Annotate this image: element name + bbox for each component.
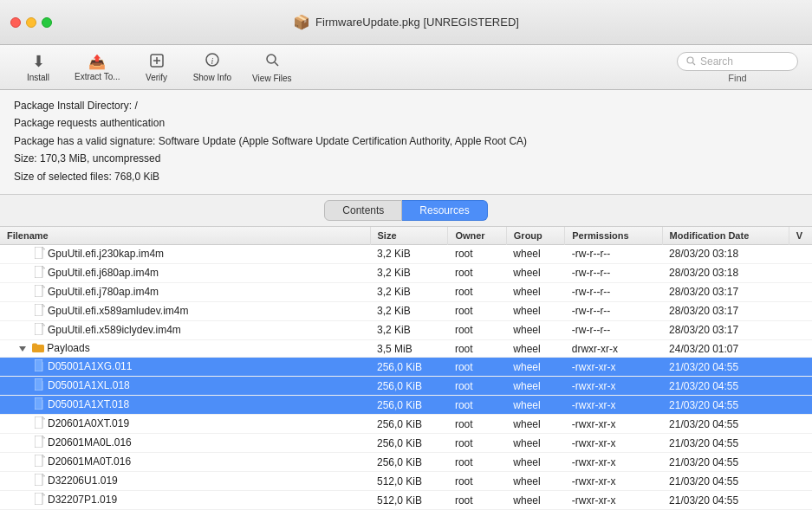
col-group[interactable]: Group — [506, 227, 564, 245]
cell-v — [789, 415, 812, 434]
cell-v — [789, 434, 812, 453]
table-row[interactable]: D32207P1.019512,0 KiBrootwheel-rwxr-xr-x… — [0, 491, 812, 510]
svg-rect-11 — [35, 266, 42, 278]
cell-group: wheel — [506, 377, 564, 396]
filename-text: D05001A1XG.011 — [48, 360, 132, 372]
info-line-3: Package has a valid signature: Software … — [14, 132, 798, 150]
cell-filename: GpuUtil.efi.x589iclydev.im4m — [0, 320, 370, 339]
col-size[interactable]: Size — [370, 227, 448, 245]
maximize-button[interactable] — [42, 17, 52, 28]
file-icon — [35, 247, 45, 261]
verify-button[interactable]: Verify — [133, 49, 181, 86]
filename-text: D32206U1.019 — [48, 474, 118, 487]
table-row[interactable]: D05001A1XT.018256,0 KiBrootwheel-rwxr-xr… — [0, 396, 812, 415]
svg-rect-36 — [35, 493, 42, 505]
cell-owner: root — [448, 453, 506, 472]
col-v[interactable]: V — [789, 227, 812, 245]
table-header: Filename Size Owner Group Permissions Mo… — [0, 227, 812, 245]
svg-point-5 — [267, 55, 276, 63]
col-owner[interactable]: Owner — [448, 227, 506, 245]
info-line-5: Size of selected files: 768,0 KiB — [14, 168, 798, 185]
cell-v — [789, 301, 812, 320]
table-row[interactable]: D20601A0XT.019256,0 KiBrootwheel-rwxr-xr… — [0, 415, 812, 434]
cell-group: wheel — [506, 491, 564, 510]
col-permissions[interactable]: Permissions — [565, 227, 662, 245]
minimize-button[interactable] — [26, 17, 36, 28]
cell-owner: root — [448, 282, 506, 301]
cell-owner: root — [448, 320, 506, 339]
svg-marker-35 — [42, 474, 45, 476]
table-row[interactable]: GpuUtil.efi.j230kap.im4m3,2 KiBrootwheel… — [0, 244, 812, 263]
svg-marker-10 — [42, 247, 45, 249]
cell-group: wheel — [506, 320, 564, 339]
cell-size: 512,0 KiB — [370, 491, 448, 510]
svg-rect-21 — [32, 344, 37, 346]
title-label: FirmwareUpdate.pkg [UNREGISTERED] — [315, 16, 519, 29]
cell-filename: GpuUtil.efi.j230kap.im4m — [0, 244, 370, 263]
file-icon — [35, 436, 45, 450]
extract-button[interactable]: 📤 Extract To... — [66, 50, 129, 85]
traffic-lights — [10, 17, 52, 28]
showinfo-button[interactable]: i Show Info — [185, 48, 240, 86]
col-filename[interactable]: Filename — [0, 227, 370, 245]
col-moddate[interactable]: Modification Date — [662, 227, 789, 245]
table-row[interactable]: D05001A1XL.018256,0 KiBrootwheel-rwxr-xr… — [0, 377, 812, 396]
tab-contents[interactable]: Contents — [324, 200, 402, 221]
table-row[interactable]: D20601MA0T.016256,0 KiBrootwheel-rwxr-xr… — [0, 453, 812, 472]
table-row[interactable]: GpuUtil.efi.j680ap.im4m3,2 KiBrootwheel-… — [0, 263, 812, 282]
cell-size: 256,0 KiB — [370, 396, 448, 415]
cell-owner: root — [448, 472, 506, 491]
cell-permissions: -rwxr-xr-x — [565, 377, 662, 396]
viewfiles-button[interactable]: View Files — [244, 48, 300, 87]
table-row[interactable]: GpuUtil.efi.x589amludev.im4m3,2 KiBrootw… — [0, 301, 812, 320]
toolbar: ⬇ Install 📤 Extract To... Verify i — [0, 45, 812, 90]
cell-moddate: 21/03/20 04:55 — [662, 472, 789, 491]
cell-filename: D05001A1XL.018 — [0, 377, 370, 396]
cell-moddate: 21/03/20 04:55 — [662, 415, 789, 434]
cell-group: wheel — [506, 396, 564, 415]
cell-permissions: -rwxr-xr-x — [565, 453, 662, 472]
cell-permissions: -rw-r--r-- — [565, 244, 662, 263]
cell-owner: root — [448, 434, 506, 453]
table-row[interactable]: D05001A1XG.011256,0 KiBrootwheel-rwxr-xr… — [0, 358, 812, 377]
filename-text: D20601MA0L.016 — [48, 436, 132, 449]
cell-v — [789, 377, 812, 396]
cell-moddate: 21/03/20 04:55 — [662, 491, 789, 510]
file-table-wrap[interactable]: Filename Size Owner Group Permissions Mo… — [0, 227, 812, 510]
extract-label: Extract To... — [75, 72, 120, 81]
cell-moddate: 28/03/20 03:17 — [662, 301, 789, 320]
info-panel: Package Install Directory: / Package req… — [0, 90, 812, 195]
table-row[interactable]: D20601MA0L.016256,0 KiBrootwheel-rwxr-xr… — [0, 434, 812, 453]
cell-owner: root — [448, 263, 506, 282]
cell-v — [789, 282, 812, 301]
file-table-section: Filename Size Owner Group Permissions Mo… — [0, 227, 812, 510]
svg-marker-18 — [42, 323, 45, 326]
cell-group: wheel — [506, 453, 564, 472]
cell-moddate: 28/03/20 03:17 — [662, 282, 789, 301]
cell-filename: GpuUtil.efi.x589amludev.im4m — [0, 301, 370, 320]
showinfo-label: Show Info — [193, 73, 231, 82]
table-row[interactable]: GpuUtil.efi.j780ap.im4m3,2 KiBrootwheel-… — [0, 282, 812, 301]
file-icon — [35, 323, 45, 338]
close-button[interactable] — [10, 17, 21, 28]
file-table: Filename Size Owner Group Permissions Mo… — [0, 227, 812, 510]
svg-marker-14 — [42, 285, 45, 287]
install-button[interactable]: ⬇ Install — [14, 48, 62, 86]
table-row[interactable]: GpuUtil.efi.x589iclydev.im4m3,2 KiBrootw… — [0, 320, 812, 339]
cell-permissions: -rw-r--r-- — [565, 263, 662, 282]
search-box[interactable] — [677, 52, 798, 71]
cell-permissions: -rwxr-xr-x — [565, 491, 662, 510]
expand-icon[interactable] — [19, 342, 30, 354]
tab-resources[interactable]: Resources — [402, 200, 487, 221]
cell-moddate: 24/03/20 01:07 — [662, 339, 789, 357]
cell-size: 3,5 MiB — [370, 339, 448, 357]
table-row[interactable]: Payloads3,5 MiBrootwheeldrwxr-xr-x24/03/… — [0, 339, 812, 357]
table-row[interactable]: D32206U1.019512,0 KiBrootwheel-rwxr-xr-x… — [0, 472, 812, 491]
window-title: 📦 FirmwareUpdate.pkg [UNREGISTERED] — [293, 14, 519, 30]
info-line-4: Size: 170,3 MiB, uncompressed — [14, 150, 798, 167]
filename-text: GpuUtil.efi.x589amludev.im4m — [48, 305, 189, 317]
filename-text: D05001A1XL.018 — [48, 379, 130, 391]
svg-marker-12 — [42, 266, 45, 268]
search-input[interactable] — [700, 55, 778, 68]
file-icon — [35, 285, 45, 300]
